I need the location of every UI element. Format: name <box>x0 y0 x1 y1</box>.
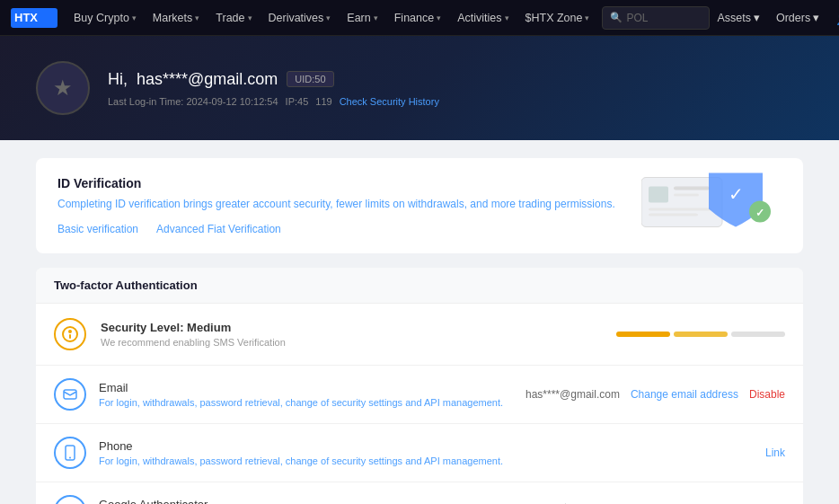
search-icon: 🔍 <box>610 12 623 23</box>
nav-orders[interactable]: Orders ▾ <box>771 0 825 36</box>
svg-rect-4 <box>674 187 710 190</box>
email-address-display: has****@gmail.com <box>525 388 620 401</box>
check-security-history-link[interactable]: Check Security History <box>340 96 439 107</box>
security-level-title: Security Level: Medium <box>101 321 602 334</box>
svg-text:HTX: HTX <box>14 11 38 24</box>
nav-trade[interactable]: Trade ▾ <box>208 0 259 36</box>
logo[interactable]: HTX <box>11 8 57 28</box>
svg-rect-7 <box>649 214 698 217</box>
disable-email-link[interactable]: Disable <box>749 388 785 401</box>
svg-point-12 <box>68 330 72 333</box>
avatar: ★ <box>36 61 90 115</box>
two-fa-section: Two-factor Authentication Security Level… <box>36 268 803 504</box>
phone-2fa-actions: Link <box>765 447 785 459</box>
uid-badge: UID:50 <box>287 71 333 87</box>
phone-2fa-title: Phone <box>99 439 753 453</box>
chevron-down-icon: ▾ <box>248 13 252 22</box>
security-level-subtitle: We recommend enabling SMS Verification <box>101 337 602 348</box>
email-2fa-title: Email <box>99 381 513 394</box>
email-2fa-actions: has****@gmail.com Change email address D… <box>525 388 785 401</box>
chevron-down-icon: ▾ <box>585 13 589 22</box>
svg-rect-5 <box>674 194 699 197</box>
email-2fa-row: Email For login, withdrawals, password r… <box>36 366 803 424</box>
phone-2fa-info: Phone For login, withdrawals, password r… <box>99 439 753 466</box>
chevron-down-icon: ▾ <box>437 13 441 22</box>
security-bar-3 <box>731 332 785 337</box>
security-bar-2 <box>674 332 728 337</box>
phone-2fa-row: Phone For login, withdrawals, password r… <box>36 424 803 482</box>
advanced-verification-link[interactable]: Advanced Fiat Verification <box>156 223 281 235</box>
search-bar[interactable]: 🔍 <box>602 6 710 30</box>
nav-earn[interactable]: Earn ▾ <box>340 0 384 36</box>
chevron-down-icon: ▾ <box>195 13 199 22</box>
nav-buy-crypto[interactable]: Buy Crypto ▾ <box>66 0 144 36</box>
chevron-down-icon: ▾ <box>132 13 137 22</box>
security-level-row: Security Level: Medium We recommend enab… <box>36 304 803 366</box>
chevron-down-icon: ▾ <box>505 13 509 22</box>
profile-info: Hi,has****@gmail.com UID:50 Last Log-in … <box>108 70 439 107</box>
phone-icon <box>54 437 86 469</box>
basic-verification-link[interactable]: Basic verification <box>57 223 138 235</box>
nav-markets[interactable]: Markets ▾ <box>146 0 207 36</box>
google-auth-info: Google Authenticator For login, withdraw… <box>99 498 551 504</box>
nav-finance[interactable]: Finance ▾ <box>387 0 448 36</box>
change-email-link[interactable]: Change email address <box>631 388 738 401</box>
chevron-down-icon: ▾ <box>813 11 819 24</box>
google-auth-title: Google Authenticator <box>99 498 551 504</box>
svg-rect-14 <box>64 390 76 399</box>
security-bar-1 <box>616 332 670 337</box>
chevron-down-icon: ▾ <box>754 11 760 24</box>
security-bars <box>616 332 785 337</box>
main-content: ID Verification Completing ID verificati… <box>0 140 839 504</box>
nav-derivatives[interactable]: Derivatives ▾ <box>261 0 339 36</box>
link-phone-link[interactable]: Link <box>765 447 785 459</box>
nav-assets[interactable]: Assets ▾ <box>711 0 765 36</box>
email-icon <box>54 378 86 411</box>
email-2fa-info: Email For login, withdrawals, password r… <box>99 381 513 408</box>
id-illustration: ✓ ✓ <box>641 169 776 243</box>
nav-htx-zone[interactable]: $HTX Zone ▾ <box>518 0 597 36</box>
security-level-text: Security Level: Medium We recommend enab… <box>101 321 602 348</box>
chevron-down-icon: ▾ <box>374 13 378 22</box>
profile-meta: Last Log-in Time: 2024-09-12 10:12:54 IP… <box>108 96 439 107</box>
chevron-down-icon: ▾ <box>326 13 331 22</box>
user-avatar-icon[interactable]: 👤 <box>830 5 839 31</box>
id-verification-card: ID Verification Completing ID verificati… <box>36 158 803 253</box>
nav-right: Assets ▾ Orders ▾ 👤 🖥 📱 ⚙ <box>711 0 839 36</box>
svg-rect-3 <box>649 187 668 203</box>
svg-rect-6 <box>649 208 711 211</box>
svg-text:✓: ✓ <box>755 207 764 219</box>
security-level-icon <box>54 318 86 350</box>
email-2fa-desc: For login, withdrawals, password retriev… <box>99 397 513 408</box>
svg-rect-13 <box>69 334 71 339</box>
svg-text:✓: ✓ <box>729 184 744 204</box>
navbar: HTX Buy Crypto ▾ Markets ▾ Trade ▾ Deriv… <box>0 0 839 36</box>
search-input[interactable] <box>626 12 698 24</box>
profile-header: ★ Hi,has****@gmail.com UID:50 Last Log-i… <box>0 36 839 140</box>
google-auth-row: GA Google Authenticator For login, withd… <box>36 482 803 504</box>
google-auth-icon: GA <box>54 495 86 504</box>
phone-2fa-desc: For login, withdrawals, password retriev… <box>99 455 753 466</box>
two-fa-header: Two-factor Authentication <box>36 268 803 304</box>
svg-point-16 <box>69 457 71 459</box>
profile-greeting: Hi,has****@gmail.com UID:50 <box>108 70 439 89</box>
nav-activities[interactable]: Activities ▾ <box>450 0 516 36</box>
